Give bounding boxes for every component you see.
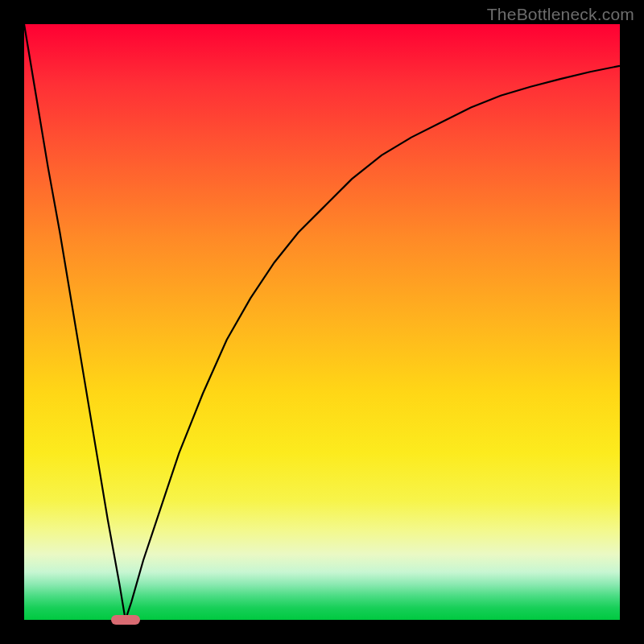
chart-frame: TheBottleneck.com (0, 0, 644, 644)
plot-area (24, 24, 620, 620)
watermark-text: TheBottleneck.com (487, 5, 634, 24)
bottleneck-curve-path (24, 24, 620, 620)
optimal-point-marker (111, 615, 140, 625)
curve-svg (24, 24, 620, 620)
